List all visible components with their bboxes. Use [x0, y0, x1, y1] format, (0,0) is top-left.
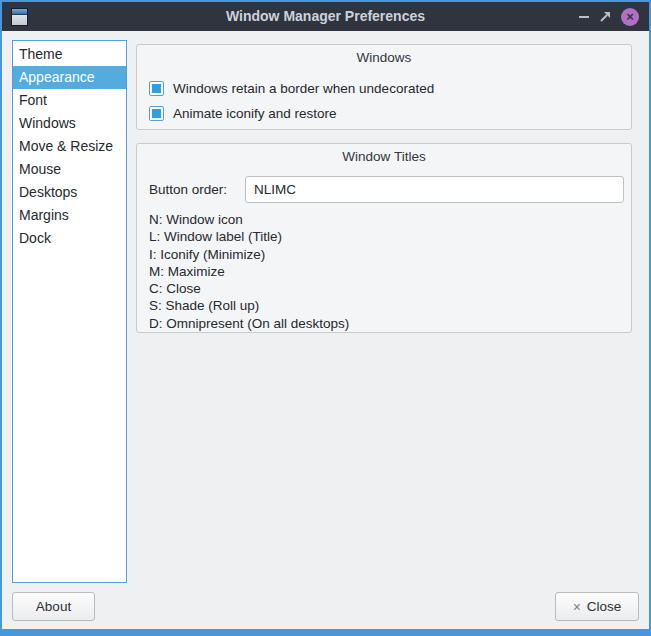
windows-group-title: Windows [137, 45, 631, 65]
dialog-content: Theme Appearance Font Windows Move & Res… [2, 31, 649, 629]
legend-line-l: L: Window label (Title) [149, 228, 349, 245]
animate-iconify-label: Animate iconify and restore [173, 106, 337, 121]
sidebar-item-move-resize[interactable]: Move & Resize [13, 135, 126, 158]
button-order-label: Button order: [149, 182, 245, 197]
sidebar-item-dock[interactable]: Dock [13, 227, 126, 250]
about-button-label: About [36, 599, 71, 614]
window-titles-group: Window Titles Button order: N: Window ic… [136, 143, 632, 333]
animate-iconify-row: Animate iconify and restore [149, 106, 337, 121]
about-button[interactable]: About [12, 592, 95, 621]
sidebar-item-appearance[interactable]: Appearance [13, 66, 126, 89]
legend-line-s: S: Shade (Roll up) [149, 297, 349, 314]
window-manager-preferences-dialog: Window Manager Preferences × Theme Appea… [0, 0, 651, 636]
animate-iconify-checkbox[interactable] [149, 106, 164, 121]
button-order-input[interactable] [245, 176, 624, 203]
retain-border-checkbox[interactable] [149, 81, 164, 96]
sidebar-item-margins[interactable]: Margins [13, 204, 126, 227]
retain-border-row: Windows retain a border when undecorated [149, 81, 434, 96]
button-order-legend: N: Window icon L: Window label (Title) I… [149, 211, 349, 332]
checkbox-checked-mark [152, 109, 161, 118]
legend-line-i: I: Iconify (Minimize) [149, 246, 349, 263]
restore-icon[interactable] [599, 11, 611, 23]
close-button-label: Close [587, 599, 622, 614]
close-button[interactable]: × Close [555, 592, 639, 621]
sidebar-item-windows[interactable]: Windows [13, 112, 126, 135]
minimize-icon[interactable] [579, 16, 589, 18]
legend-line-m: M: Maximize [149, 263, 349, 280]
legend-line-c: C: Close [149, 280, 349, 297]
button-order-row: Button order: [149, 176, 624, 203]
category-list[interactable]: Theme Appearance Font Windows Move & Res… [12, 40, 127, 583]
window-titles-group-title: Window Titles [137, 144, 631, 164]
sidebar-item-theme[interactable]: Theme [13, 43, 126, 66]
windows-group: Windows Windows retain a border when und… [136, 44, 632, 130]
legend-line-d: D: Omnipresent (On all desktops) [149, 315, 349, 332]
titlebar-controls: × [579, 2, 639, 31]
close-window-icon[interactable]: × [621, 8, 639, 26]
titlebar[interactable]: Window Manager Preferences × [2, 2, 649, 31]
checkbox-checked-mark [152, 84, 161, 93]
window-title: Window Manager Preferences [2, 2, 649, 31]
legend-line-n: N: Window icon [149, 211, 349, 228]
close-button-x-icon: × [573, 599, 581, 615]
sidebar-item-mouse[interactable]: Mouse [13, 158, 126, 181]
retain-border-label: Windows retain a border when undecorated [173, 81, 434, 96]
sidebar-item-font[interactable]: Font [13, 89, 126, 112]
sidebar-item-desktops[interactable]: Desktops [13, 181, 126, 204]
